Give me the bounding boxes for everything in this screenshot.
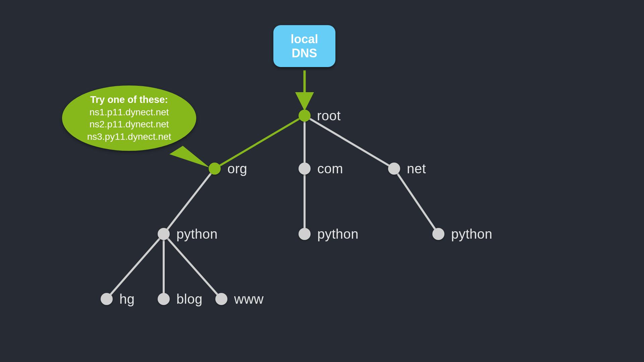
bubble-line-2: ns2.p11.dynect.net	[90, 118, 169, 130]
node-python-org	[158, 228, 170, 240]
speech-bubble: Try one of these: ns1.p11.dynect.net ns2…	[62, 85, 196, 151]
node-net	[388, 163, 400, 175]
local-dns-box: local DNS	[273, 25, 335, 67]
node-python-net	[432, 228, 444, 240]
bubble-line-1: ns1.p11.dynect.net	[90, 106, 169, 118]
label-root: root	[317, 108, 341, 123]
edge-root-org	[215, 116, 305, 169]
label-python-com: python	[317, 227, 359, 242]
node-hg	[101, 293, 113, 305]
node-org	[209, 163, 221, 175]
node-python-com	[299, 228, 311, 240]
node-blog	[158, 293, 170, 305]
label-net: net	[407, 161, 426, 176]
label-org: org	[227, 161, 247, 176]
diagram-stage: local DNS Try one of these: ns1.p11.dyne…	[0, 0, 644, 362]
edge-root-net	[305, 116, 394, 169]
node-com	[299, 163, 311, 175]
localdns-line2: DNS	[291, 46, 317, 60]
bubble-line-3: ns3.py11.dynect.net	[87, 131, 171, 143]
label-python-org: python	[176, 227, 218, 242]
label-com: com	[317, 161, 343, 176]
label-hg: hg	[119, 292, 135, 307]
bubble-title: Try one of these:	[90, 94, 168, 106]
label-www: www	[234, 292, 264, 307]
edge-python-www	[164, 234, 221, 299]
edge-net-python	[394, 169, 438, 234]
edge-python-hg	[107, 234, 164, 299]
node-www	[215, 293, 227, 305]
bubble-tail	[169, 146, 210, 168]
localdns-line1: local	[290, 32, 318, 46]
node-root	[299, 110, 311, 122]
label-blog: blog	[176, 292, 203, 307]
label-python-net: python	[451, 227, 492, 242]
edge-org-python	[164, 169, 215, 234]
